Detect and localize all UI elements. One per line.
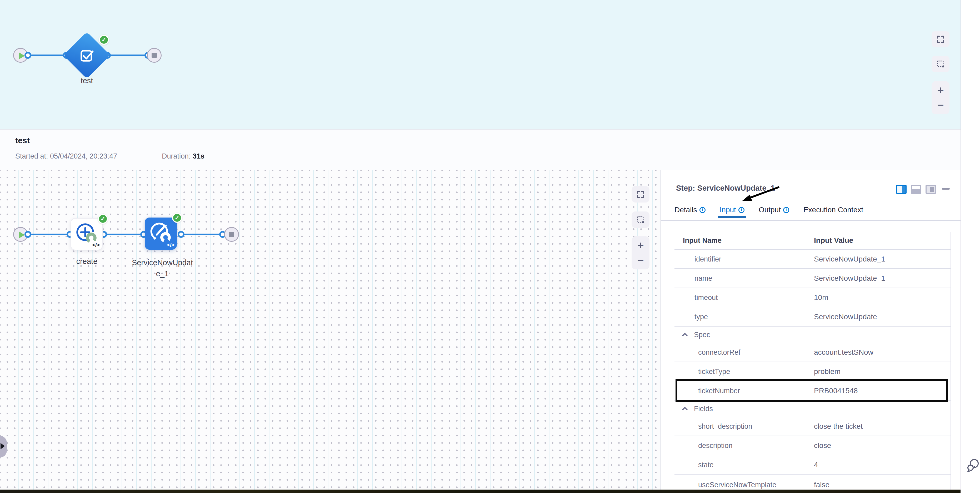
flow-edge: [103, 234, 145, 235]
step-details-panel: Step: ServiceNowUpdate_1 DetailsiInputiO…: [660, 170, 961, 493]
input-name: timeout: [694, 294, 718, 302]
chat-help-icon[interactable]: [966, 458, 980, 475]
tab-label: Output: [759, 206, 781, 214]
panel-layout-bottom-button[interactable]: [911, 185, 921, 194]
panel-layout-right-button[interactable]: [896, 185, 907, 194]
canvas-fullscreen-button[interactable]: [932, 31, 950, 48]
info-icon[interactable]: i: [700, 207, 706, 213]
step-node-create[interactable]: </>: [70, 218, 103, 250]
play-icon: [19, 231, 25, 238]
input-table: Input Name Input Value identifierService…: [675, 232, 951, 493]
tab-label: Input: [720, 206, 736, 214]
flow-edge: [106, 54, 148, 56]
zoom-out-button[interactable]: −: [637, 254, 644, 266]
input-value: problem: [814, 367, 840, 376]
tab-output[interactable]: Outputi: [759, 206, 789, 214]
approval-stage-icon: [78, 46, 96, 64]
step-graph-canvas[interactable]: </> ✓ create </> ✓ ServiceNowUpdate_1: [0, 170, 660, 493]
input-name: useServiceNowTemplate: [698, 481, 776, 489]
info-icon[interactable]: i: [738, 207, 745, 213]
input-value: ServiceNowUpdate_1: [814, 255, 885, 263]
left-drawer-handle[interactable]: [0, 436, 7, 458]
chevron-up-icon[interactable]: [682, 407, 687, 412]
canvas-select-button[interactable]: [632, 211, 649, 228]
duration-label: Duration:: [162, 152, 191, 160]
right-gutter: [961, 0, 980, 493]
col-input-value: Input Value: [814, 236, 853, 245]
input-name: state: [698, 461, 714, 469]
servicenow-update-icon: [147, 220, 173, 245]
code-glyph: </>: [92, 242, 99, 248]
panel-title: Step: ServiceNowUpdate_1: [676, 184, 775, 193]
stop-icon: [151, 53, 157, 58]
edge-port: [24, 231, 31, 238]
table-row-connectorRef: connectorRefaccount.testSNow: [675, 343, 951, 362]
table-header-row: Input Name Input Value: [675, 232, 951, 250]
tab-label: Execution Context: [803, 206, 863, 214]
zoom-out-button[interactable]: −: [937, 99, 944, 111]
table-row-ticketType: ticketTypeproblem: [675, 362, 951, 381]
input-value: false: [814, 480, 829, 489]
step-node-label: ServiceNowUpdate_1: [132, 257, 193, 279]
started-label: Started at:: [15, 152, 48, 160]
flow-edge: [28, 234, 72, 235]
panel-minimize-button[interactable]: [942, 188, 950, 190]
execution-title: test: [15, 136, 30, 145]
table-row-description: descriptionclose: [675, 436, 951, 455]
selection-icon: [636, 215, 645, 224]
canvas-select-button[interactable]: [932, 56, 950, 72]
table-row-name: nameServiceNowUpdate_1: [675, 269, 951, 288]
step-success-badge: ✓: [172, 213, 182, 223]
table-row-type: typeServiceNowUpdate: [675, 307, 951, 327]
play-icon: [19, 53, 25, 59]
table-row-short_description: short_descriptionclose the ticket: [675, 417, 951, 436]
input-name: ticketType: [698, 367, 730, 375]
chevron-up-icon[interactable]: [682, 333, 687, 338]
flow-end-node[interactable]: [147, 48, 162, 63]
col-input-name: Input Name: [683, 236, 722, 245]
execution-meta-bar: test Started at: 05/04/2024, 20:23:47 Du…: [0, 129, 961, 171]
tab-label: Details: [675, 206, 697, 214]
code-glyph: </>: [167, 242, 174, 248]
input-value: account.testSNow: [814, 348, 873, 357]
tab-details[interactable]: Detailsi: [675, 206, 706, 214]
fullscreen-icon: [636, 190, 645, 199]
section-row-spec[interactable]: Spec: [675, 327, 951, 343]
flow-edge: [28, 54, 68, 56]
stage-graph-canvas[interactable]: ✓ test + −: [0, 0, 961, 129]
table-row-identifier: identifierServiceNowUpdate_1: [675, 250, 951, 269]
tab-input[interactable]: Inputi: [720, 206, 745, 214]
table-row-timeout: timeout10m: [675, 288, 951, 307]
table-row-state: state4: [675, 455, 951, 475]
input-name: connectorRef: [698, 348, 741, 356]
duration-value: 31s: [192, 152, 204, 160]
input-name: ticketNumber: [698, 387, 740, 395]
section-row-fields[interactable]: Fields: [675, 400, 951, 417]
step-node-servicenowupdate-1[interactable]: </>: [145, 217, 177, 250]
input-name: name: [694, 274, 713, 282]
selection-icon: [936, 59, 945, 69]
input-value: 4: [814, 461, 818, 469]
tab-execution-context[interactable]: Execution Context: [803, 206, 863, 214]
info-icon[interactable]: i: [783, 207, 789, 213]
section-label: Spec: [694, 331, 710, 339]
panel-layout-floating-button[interactable]: [926, 185, 936, 194]
execution-duration: Duration: 31s: [162, 152, 204, 160]
input-name: description: [698, 441, 733, 450]
input-value: PRB0041548: [814, 387, 858, 395]
input-value: close: [814, 441, 831, 450]
zoom-in-button[interactable]: +: [937, 85, 944, 96]
table-row-ticketNumber: ticketNumberPRB0041548: [675, 381, 951, 400]
panel-tabs: DetailsiInputiOutputiExecution Context: [675, 202, 863, 218]
flow-end-node[interactable]: [224, 227, 239, 242]
stop-icon: [229, 232, 234, 237]
canvas-fullscreen-button[interactable]: [632, 186, 649, 203]
input-value: ServiceNowUpdate: [814, 313, 877, 321]
input-value: 10m: [814, 294, 828, 302]
execution-started: Started at: 05/04/2024, 20:23:47: [15, 152, 117, 160]
section-label: Fields: [694, 405, 713, 413]
flow-edge: [180, 234, 224, 235]
zoom-in-button[interactable]: +: [637, 240, 644, 251]
started-value: 05/04/2024, 20:23:47: [50, 152, 117, 160]
input-table-body: identifierServiceNowUpdate_1nameServiceN…: [675, 250, 951, 493]
